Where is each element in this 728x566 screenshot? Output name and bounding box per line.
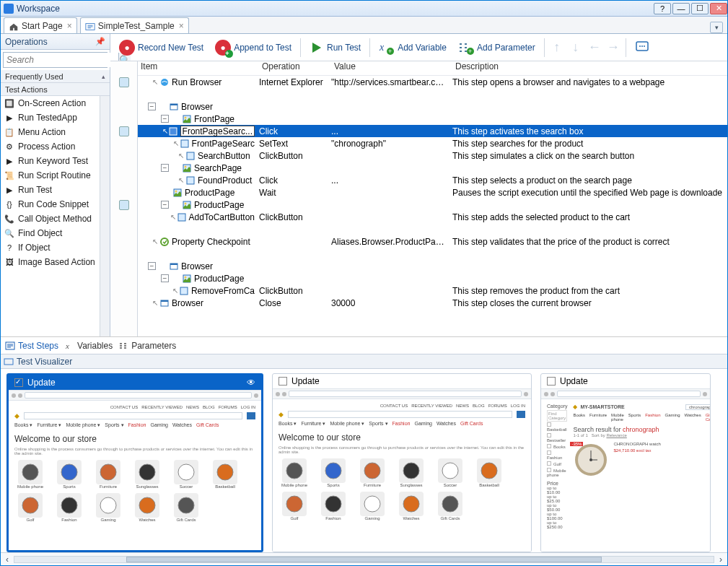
svg-point-42	[178, 464, 194, 480]
operations-panel: Operations 📌 🔍 Frequently Used▴ Test Act…	[1, 34, 110, 336]
expand-toggle[interactable]: −	[161, 201, 169, 209]
expand-toggle[interactable]: −	[161, 164, 169, 172]
add-variable-button[interactable]: x+Add Variable	[374, 36, 451, 59]
grid-row[interactable]: ProductPageWaitPauses the script executi…	[138, 186, 727, 199]
pin-icon[interactable]: 📌	[95, 37, 105, 46]
tabs-overflow-button[interactable]: ▾	[710, 22, 723, 33]
breakpoint-marker[interactable]	[119, 126, 129, 136]
cursor-icon: ↖	[162, 127, 168, 135]
expand-toggle[interactable]: −	[161, 115, 169, 123]
cursor-icon: ↖	[178, 176, 185, 184]
operation-icon: ▶	[4, 184, 15, 196]
search-input[interactable]	[4, 53, 118, 67]
node-icon	[182, 200, 192, 210]
update-checkbox[interactable]	[14, 378, 23, 387]
item-name-input[interactable]: FrontPageSearc...	[180, 126, 255, 136]
add-parameter-button[interactable]: +Add Parameter	[454, 36, 540, 59]
section-frequently-used[interactable]: Frequently Used▴	[1, 70, 110, 83]
run-test-button[interactable]: Run Test	[305, 36, 365, 59]
svg-point-54	[481, 463, 497, 479]
operation-item[interactable]: ?If Object	[1, 240, 100, 255]
test-steps-grid[interactable]: Item Operation Value Description ↖Run Br…	[138, 61, 727, 336]
grid-row[interactable]: ↖SearchButtonClickButtonThis step simula…	[138, 149, 727, 162]
grid-row[interactable]: ↖AddToCartButtonClickButtonThis step add…	[138, 211, 727, 223]
node-icon	[159, 237, 170, 247]
screenshot-thumbnail: CONTACT US RECENTLY VIEWED NEWS BLOG FOR…	[273, 388, 531, 552]
cursor-icon: ↖	[172, 287, 179, 295]
help-button[interactable]: ?	[654, 3, 671, 14]
operation-item[interactable]: ⚙Process Action	[1, 139, 100, 154]
grid-row[interactable]: ↖FoundProductClick...This step selects a…	[138, 174, 727, 186]
visualizer-scrollbar[interactable]: ‹ ›	[1, 552, 727, 565]
operation-icon: ⚙	[4, 141, 15, 152]
scroll-right-icon[interactable]: ›	[714, 554, 727, 565]
operation-item[interactable]: 📜Run Script Routine	[1, 168, 100, 183]
close-icon[interactable]: ×	[67, 21, 72, 31]
svg-point-57	[364, 496, 380, 512]
operation-item[interactable]: ▶Run Test	[1, 183, 100, 197]
update-checkbox[interactable]	[547, 377, 556, 386]
steps-icon	[5, 341, 15, 351]
grid-row[interactable]: −ProductPage	[138, 272, 727, 284]
grid-row[interactable]: ↖Run BrowserInternet Explorer"http://ser…	[138, 76, 727, 88]
grid-row[interactable]: ↖BrowserClose30000This step closes the c…	[138, 297, 727, 309]
operation-item[interactable]: 📋Menu Action	[1, 125, 100, 139]
grid-row[interactable]: ↖FrontPageSearcSetText"chronograph"This …	[138, 137, 727, 149]
svg-rect-13	[170, 104, 177, 105]
append-icon: ●+	[215, 40, 231, 56]
tab-start-page[interactable]: Start Page ×	[4, 17, 77, 33]
move-down-button[interactable]: ↓	[568, 40, 584, 56]
tab-variables[interactable]: xVariables	[64, 341, 113, 351]
update-checkbox[interactable]	[279, 377, 287, 386]
comment-button[interactable]	[631, 36, 655, 59]
node-icon	[169, 102, 179, 112]
grid-row[interactable]: ↖Property CheckpointAliases.Browser.Prod…	[138, 235, 727, 248]
tab-simpletest[interactable]: SimpleTest_Sample ×	[80, 17, 189, 33]
operation-item[interactable]: {}Run Code Snippet	[1, 197, 100, 212]
move-right-button[interactable]: →	[605, 40, 621, 56]
operation-item[interactable]: ▶Run TestedApp	[1, 110, 100, 125]
close-button[interactable]: ✕	[710, 3, 727, 14]
grid-row[interactable]: −ProductPage	[138, 199, 727, 211]
scrollbar[interactable]	[100, 96, 110, 336]
svg-point-15	[185, 116, 187, 118]
grid-row[interactable]: −FrontPage	[138, 113, 727, 125]
operation-item[interactable]: 🖼Image Based Action	[1, 255, 100, 269]
minimize-button[interactable]: —	[672, 3, 690, 14]
grid-row[interactable]: −Browser	[138, 260, 727, 272]
expand-toggle[interactable]: −	[161, 274, 169, 282]
operations-search[interactable]: 🔍	[3, 52, 108, 68]
breakpoint-gutter[interactable]	[110, 61, 138, 336]
maximize-button[interactable]: ☐	[691, 3, 709, 14]
eye-icon[interactable]: 👁	[247, 378, 255, 388]
move-up-button[interactable]: ↑	[549, 40, 565, 56]
tab-label: Start Page	[22, 21, 63, 31]
expand-toggle[interactable]: −	[148, 262, 156, 270]
visualizer-frame[interactable]: Update CONTACT US RECENTLY VIEWED NEWS B…	[272, 373, 532, 552]
record-new-test-button[interactable]: ●Record New Test	[115, 36, 208, 59]
operation-item[interactable]: 🔍Find Object	[1, 226, 100, 240]
grid-row[interactable]: −Browser	[138, 100, 727, 113]
grid-row[interactable]: ↖FrontPageSearc...Click...This step acti…	[138, 125, 727, 137]
svg-rect-16	[170, 128, 177, 135]
grid-row[interactable]: ↖RemoveFromCaClickButtonThis step remove…	[138, 284, 727, 297]
scroll-left-icon[interactable]: ‹	[1, 554, 14, 565]
visualizer-frame[interactable]: Update Category Find Category Basketball…	[540, 373, 711, 552]
move-left-button[interactable]: ←	[587, 40, 602, 56]
visualizer-header: Test Visualizer	[1, 354, 727, 369]
grid-row[interactable]: −SearchPage	[138, 162, 727, 174]
breakpoint-marker[interactable]	[119, 77, 129, 87]
tab-test-steps[interactable]: Test Steps	[5, 341, 58, 351]
operation-item[interactable]: 🔲On-Screen Action	[1, 96, 100, 110]
operation-item[interactable]: ▶Run Keyword Test	[1, 154, 100, 168]
breakpoint-marker[interactable]	[119, 200, 129, 210]
tab-parameters[interactable]: Parameters	[118, 341, 176, 351]
svg-point-59	[442, 496, 458, 512]
cursor-icon: ↖	[170, 213, 176, 221]
close-icon[interactable]: ×	[179, 21, 184, 31]
section-test-actions[interactable]: Test Actions	[1, 83, 110, 96]
append-to-test-button[interactable]: ●+Append to Test	[211, 36, 296, 59]
expand-toggle[interactable]: −	[148, 103, 156, 110]
visualizer-frame[interactable]: Update👁 CONTACT US RECENTLY VIEWED NEWS …	[6, 373, 263, 552]
operation-item[interactable]: 📞Call Object Method	[1, 212, 100, 226]
